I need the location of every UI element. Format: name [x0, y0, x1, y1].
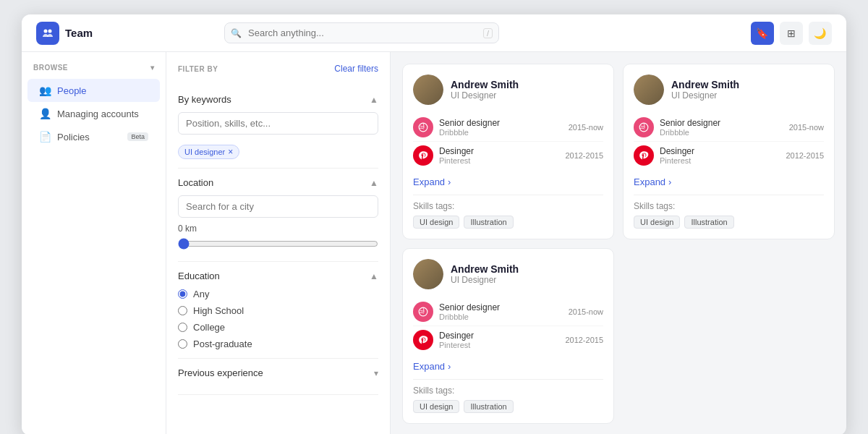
results-area: Andrew Smith UI Designer Senior designer… [391, 52, 846, 434]
person-header-1: Andrew Smith UI Designer [413, 75, 603, 105]
browse-label: Browse [33, 64, 68, 72]
exp-company-3-0: Dribbble [439, 312, 563, 321]
sidebar-item-policies[interactable]: 📄 Policies Beta [27, 125, 160, 148]
sidebar-item-people[interactable]: 👥 People [27, 79, 160, 102]
exp-item-3-1: Desinger Pinterest 2012-2015 [413, 326, 603, 354]
exp-item-1-1: Desinger Pinterest 2012-2015 [413, 142, 603, 169]
person-info-1: Andrew Smith UI Designer [451, 79, 519, 101]
skill-2-1: Illustration [684, 216, 733, 229]
education-section-header[interactable]: Education ▲ [178, 271, 378, 281]
skills-section-2: Skills tags: UI design Illustration [634, 201, 824, 229]
sidebar-label-policies: Policies [57, 132, 90, 142]
filter-panel: Filter By Clear filters By keywords ▲ UI… [166, 52, 391, 434]
exp-info-2-0: Senior designer Dribbble [660, 118, 783, 137]
dribbble-logo-3 [413, 302, 433, 322]
theme-toggle-button[interactable]: 🌙 [809, 22, 832, 45]
experience-list-1: Senior designer Dribbble 2015-now Desing… [413, 114, 603, 169]
sidebar-item-managing-accounts[interactable]: 👤 Managing accounts [27, 102, 160, 125]
bookmark-button[interactable]: 🔖 [751, 22, 774, 45]
city-search-input[interactable] [178, 195, 378, 218]
skills-tags-3: UI design Illustration [413, 400, 603, 413]
exp-info-1-1: Desinger Pinterest [439, 146, 559, 165]
skill-2-0: UI design [634, 216, 680, 229]
skills-section-1: Skills tags: UI design Illustration [413, 201, 603, 229]
exp-company-1-0: Dribbble [439, 128, 563, 137]
expand-button-2[interactable]: Expand › [634, 176, 671, 187]
top-nav: Team 🔍 / 🔖 ⊞ 🌙 [22, 14, 846, 52]
education-hs-label: High School [193, 305, 244, 316]
person-title-1: UI Designer [451, 90, 519, 101]
exp-period-2-0: 2015-now [789, 123, 824, 132]
logo-area: Team [36, 22, 93, 45]
person-info-3: Andrew Smith UI Designer [451, 263, 519, 285]
dribbble-logo [413, 117, 433, 137]
distance-slider[interactable] [178, 238, 378, 250]
expand-chevron-2: › [668, 176, 671, 187]
skills-label-3: Skills tags: [413, 386, 603, 396]
skill-1-0: UI design [413, 216, 459, 229]
grid-button[interactable]: ⊞ [780, 22, 803, 45]
education-pg-radio[interactable] [178, 339, 187, 349]
filter-by-label: Filter By [178, 65, 218, 73]
exp-company-2-1: Pinterest [660, 156, 780, 165]
exp-period-3-1: 2012-2015 [565, 336, 603, 344]
exp-item-2-1: Desinger Pinterest 2012-2015 [634, 142, 824, 169]
location-section-header[interactable]: Location ▲ [178, 177, 378, 188]
browse-header: Browse ▾ [22, 64, 166, 79]
keywords-section-header[interactable]: By keywords ▲ [178, 94, 378, 105]
sidebar-label-accounts: Managing accounts [57, 109, 139, 119]
keyword-tag-text: UI designer [184, 148, 225, 156]
exp-role-3-1: Desinger [439, 331, 559, 341]
education-any-radio[interactable] [178, 289, 187, 299]
keyword-tags: UI designer × [178, 145, 378, 159]
prev-experience-label: Previous experience [178, 367, 263, 378]
education-any-label: Any [193, 289, 209, 299]
education-section: Education ▲ Any High School College [178, 262, 378, 359]
exp-info-1-0: Senior designer Dribbble [439, 118, 563, 137]
skill-3-1: Illustration [464, 400, 513, 413]
person-info-2: Andrew Smith UI Designer [671, 79, 739, 101]
people-icon: 👥 [39, 85, 51, 96]
search-bar: 🔍 / [224, 22, 499, 43]
person-header-2: Andrew Smith UI Designer [634, 75, 824, 105]
pinterest-logo-3 [413, 330, 433, 350]
clear-filters-button[interactable]: Clear filters [334, 64, 378, 74]
education-any[interactable]: Any [178, 289, 378, 299]
keywords-chevron: ▲ [370, 95, 378, 105]
keywords-input[interactable] [178, 112, 378, 135]
experience-list-3: Senior designer Dribbble 2015-now Desing… [413, 298, 603, 354]
person-card-3: Andrew Smith UI Designer Senior designer… [402, 248, 614, 424]
education-college[interactable]: College [178, 322, 378, 333]
exp-role-1-0: Senior designer [439, 118, 563, 128]
exp-period-1-0: 2015-now [569, 123, 603, 132]
search-input[interactable] [224, 22, 499, 43]
location-section: Location ▲ 0 km [178, 169, 378, 262]
exp-info-2-1: Desinger Pinterest [660, 146, 780, 165]
exp-period-2-1: 2012-2015 [786, 151, 824, 160]
keywords-label: By keywords [178, 94, 231, 105]
expand-button-1[interactable]: Expand › [413, 176, 451, 187]
browse-chevron: ▾ [150, 64, 155, 72]
education-pg-label: Post-graduate [193, 339, 252, 349]
education-label: Education [178, 271, 220, 281]
skills-tags-2: UI design Illustration [634, 216, 824, 229]
sidebar: Browse ▾ 👥 People 👤 Managing accounts 📄 … [22, 52, 166, 434]
education-college-radio[interactable] [178, 323, 187, 332]
person-name-1: Andrew Smith [451, 79, 519, 90]
prev-experience-header[interactable]: Previous experience ▾ [178, 367, 378, 378]
keyword-tag-remove[interactable]: × [228, 147, 233, 157]
education-college-label: College [193, 322, 225, 333]
skills-label-2: Skills tags: [634, 201, 824, 211]
keyword-tag-ui-designer: UI designer × [178, 145, 239, 159]
person-name-2: Andrew Smith [671, 79, 739, 90]
filter-header: Filter By Clear filters [178, 64, 378, 74]
exp-item-3-0: Senior designer Dribbble 2015-now [413, 298, 603, 326]
expand-button-3[interactable]: Expand › [413, 361, 451, 372]
search-icon: 🔍 [231, 28, 242, 38]
education-options: Any High School College Post-graduate [178, 289, 378, 349]
education-hs-radio[interactable] [178, 306, 187, 315]
expand-chevron: › [448, 176, 451, 187]
search-shortcut: / [483, 28, 493, 38]
education-high-school[interactable]: High School [178, 305, 378, 316]
education-postgrad[interactable]: Post-graduate [178, 339, 378, 349]
